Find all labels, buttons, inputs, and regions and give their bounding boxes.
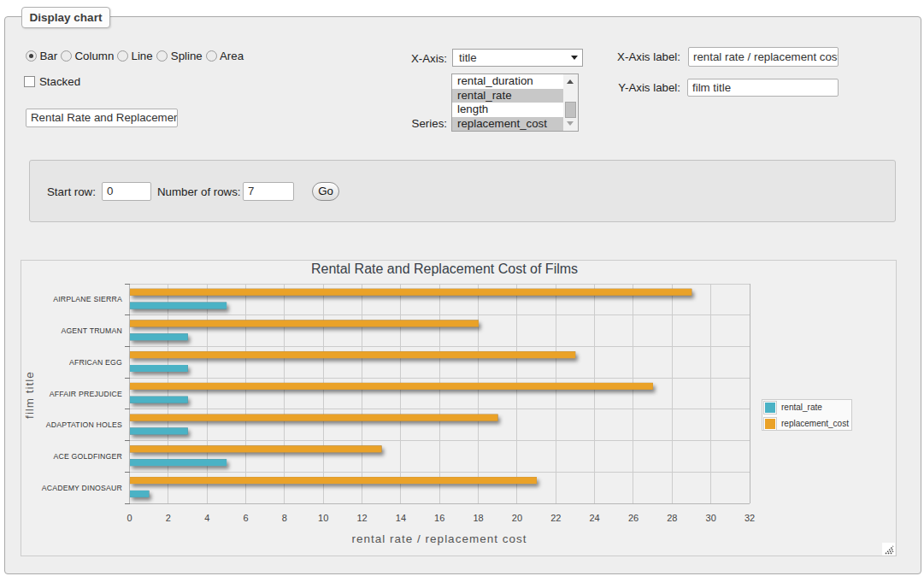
svg-text:0: 0 bbox=[127, 513, 132, 523]
svg-text:AGENT TRUMAN: AGENT TRUMAN bbox=[61, 326, 122, 335]
svg-text:22: 22 bbox=[550, 513, 561, 523]
svg-text:film title: film title bbox=[23, 371, 36, 419]
svg-text:30: 30 bbox=[706, 513, 716, 523]
svg-text:14: 14 bbox=[396, 513, 406, 523]
svg-text:2: 2 bbox=[166, 513, 171, 523]
svg-text:replacement_cost: replacement_cost bbox=[781, 419, 849, 428]
svg-text:16: 16 bbox=[434, 513, 444, 523]
svg-text:6: 6 bbox=[243, 513, 248, 523]
svg-text:4: 4 bbox=[204, 513, 209, 523]
svg-text:ACADEMY DINOSAUR: ACADEMY DINOSAUR bbox=[42, 484, 122, 492]
svg-text:ACE GOLDFINGER: ACE GOLDFINGER bbox=[53, 452, 122, 461]
svg-text:32: 32 bbox=[744, 513, 755, 523]
svg-text:AFRICAN EGG: AFRICAN EGG bbox=[69, 358, 122, 367]
svg-text:20: 20 bbox=[512, 513, 522, 523]
svg-text:28: 28 bbox=[667, 513, 677, 523]
svg-text:8: 8 bbox=[282, 513, 287, 523]
svg-text:rental_rate: rental_rate bbox=[781, 403, 822, 412]
svg-text:26: 26 bbox=[628, 513, 639, 523]
svg-text:AFFAIR PREJUDICE: AFFAIR PREJUDICE bbox=[50, 390, 122, 398]
svg-text:AIRPLANE SIERRA: AIRPLANE SIERRA bbox=[53, 295, 122, 303]
svg-text:Rental Rate and Replacement Co: Rental Rate and Replacement Cost of Film… bbox=[311, 262, 578, 276]
svg-text:12: 12 bbox=[356, 513, 367, 523]
svg-text:18: 18 bbox=[473, 513, 483, 523]
svg-text:ADAPTATION HOLES: ADAPTATION HOLES bbox=[46, 420, 122, 429]
svg-text:24: 24 bbox=[589, 513, 599, 523]
svg-text:10: 10 bbox=[318, 513, 328, 523]
svg-text:rental rate / replacement cost: rental rate / replacement cost bbox=[352, 532, 527, 545]
